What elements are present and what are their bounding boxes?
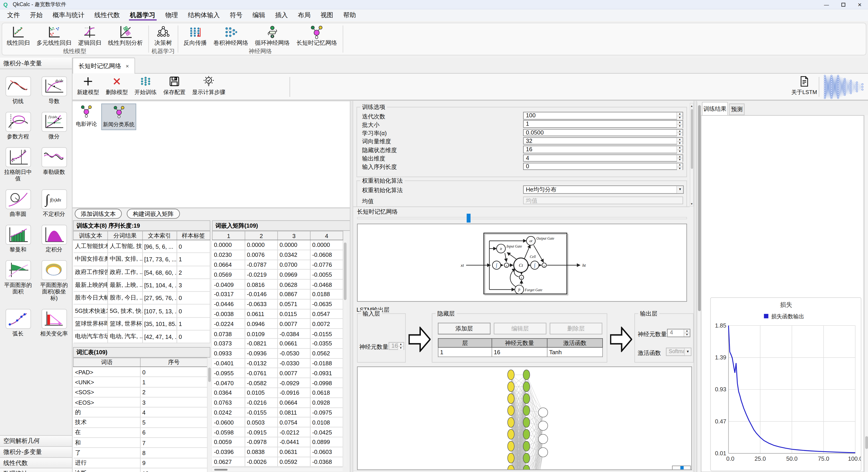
cell[interactable]: 8 bbox=[141, 448, 207, 458]
table-row[interactable]: 在6 bbox=[73, 428, 207, 438]
cell[interactable]: -0.0146 bbox=[245, 289, 278, 299]
table-row[interactable]: -0.06000.05030.07540.0108 bbox=[212, 417, 343, 427]
cell[interactable]: 了 bbox=[73, 448, 140, 458]
table-row[interactable]: <UNK>1 bbox=[73, 377, 207, 387]
cell[interactable]: -0.0931 bbox=[310, 368, 343, 378]
table-row[interactable]: 0.03640.0105-0.09160.0618 bbox=[212, 388, 343, 398]
cell[interactable]: -0.0425 bbox=[310, 427, 343, 437]
stepper-arrows-icon[interactable]: ▲▼ bbox=[677, 146, 683, 153]
cell[interactable]: 0.0562 bbox=[310, 348, 343, 358]
table-row[interactable]: 股市今日大幅...股市, 今日, ...[27, 95, 76, ...0 bbox=[73, 292, 210, 305]
cell[interactable]: 0.0664 bbox=[278, 398, 310, 408]
stepper-arrows-icon[interactable]: ▲▼ bbox=[677, 112, 683, 119]
stepper-arrows-icon[interactable]: ▲▼ bbox=[677, 129, 683, 136]
cell[interactable]: 1 bbox=[177, 253, 210, 266]
stepper-arrows-icon[interactable]: ▲▼ bbox=[677, 155, 683, 161]
cell[interactable]: -0.0761 bbox=[245, 368, 278, 378]
cell[interactable]: 0.0000 bbox=[212, 240, 245, 250]
option-stepper-0[interactable]: 100▲▼ bbox=[523, 112, 683, 119]
model-item-0[interactable]: 电影评论 bbox=[75, 103, 98, 129]
cell[interactable]: 和 bbox=[73, 438, 140, 448]
cell[interactable]: 0.0969 bbox=[278, 270, 310, 279]
cell[interactable]: 0.0618 bbox=[310, 388, 343, 398]
cell[interactable]: 0 bbox=[177, 305, 210, 317]
column-header-embedding_table-1[interactable]: 2 bbox=[245, 231, 278, 240]
cell[interactable]: -0.0155 bbox=[245, 408, 278, 417]
table-row[interactable]: 0.0763-0.02160.06640.0928 bbox=[212, 398, 343, 408]
cell[interactable]: -0.0330 bbox=[278, 358, 310, 368]
cell[interactable]: 5G技术快速发... bbox=[73, 305, 107, 317]
table-row[interactable]: 0.0664-0.07870.0700-0.0776 bbox=[212, 260, 343, 270]
table-row[interactable]: -0.0598-0.0915-0.0212-0.0425 bbox=[212, 427, 343, 437]
cell[interactable]: 0.0115 bbox=[278, 309, 310, 319]
cell[interactable]: -0.0608 bbox=[310, 250, 343, 260]
cell[interactable]: 股市, 今日, ... bbox=[108, 292, 142, 305]
cell[interactable]: 进行 bbox=[73, 458, 140, 468]
cell[interactable]: 0.0592 bbox=[278, 457, 310, 467]
cell[interactable]: -0.0446 bbox=[212, 299, 245, 309]
cell[interactable]: 0.0664 bbox=[212, 260, 245, 270]
cell[interactable]: 0.0108 bbox=[310, 417, 343, 427]
tab-training-results[interactable]: 训练结果 bbox=[702, 102, 728, 115]
sidebar-section-1[interactable]: 微积分-多变量 bbox=[0, 446, 72, 457]
cell[interactable]: [42, 47, 14, ... bbox=[142, 330, 177, 343]
cell[interactable]: 4 bbox=[141, 407, 207, 417]
menu-item-12[interactable]: 帮助 bbox=[338, 9, 361, 21]
cell[interactable]: 0.0072 bbox=[310, 319, 343, 329]
cell[interactable]: 0.0946 bbox=[245, 319, 278, 329]
cell[interactable]: -0.0409 bbox=[212, 279, 245, 289]
minimize-icon[interactable]: — bbox=[818, 0, 835, 9]
lstm-slider-handle[interactable] bbox=[467, 214, 470, 222]
cell[interactable]: [27, 95, 76, ... bbox=[142, 292, 177, 305]
column-header-embedding_table-2[interactable]: 3 bbox=[278, 231, 310, 240]
cell[interactable]: -0.0975 bbox=[310, 408, 343, 417]
cell[interactable]: 股市今日大幅... bbox=[73, 292, 107, 305]
add-training-text-button[interactable]: 添加训练文本 bbox=[75, 209, 122, 219]
ribbon-item-linear-regression[interactable]: 线性回归 bbox=[3, 25, 33, 47]
cell[interactable]: -0.0998 bbox=[310, 378, 343, 388]
cell[interactable]: 16 bbox=[492, 347, 547, 357]
cell[interactable]: -0.0600 bbox=[212, 417, 245, 427]
table-row[interactable]: <PAD>0 bbox=[73, 367, 207, 377]
menu-item-1[interactable]: 开始 bbox=[25, 9, 48, 21]
cell[interactable]: 0.0700 bbox=[278, 260, 310, 270]
cell[interactable]: -0.0401 bbox=[212, 358, 245, 368]
table-row[interactable]: -0.03960.08380.0631-0.0603 bbox=[212, 447, 343, 457]
sidebar-section-2[interactable]: 线性代数 bbox=[0, 457, 72, 468]
cell[interactable]: 0.0000 bbox=[278, 240, 310, 250]
chevron-down-icon[interactable]: ▼ bbox=[677, 186, 683, 193]
sidebar-item-curvature[interactable]: 曲率圆 bbox=[0, 189, 36, 218]
cell[interactable]: 1 bbox=[141, 377, 207, 387]
sidebar-item-differential[interactable]: f'(x)dx微分 bbox=[36, 112, 72, 140]
close-icon[interactable]: ✕ bbox=[851, 0, 868, 9]
embedding-vscrollbar[interactable] bbox=[343, 240, 346, 467]
cell[interactable]: 0.0816 bbox=[245, 279, 278, 289]
table-row[interactable]: 和7 bbox=[73, 438, 207, 448]
cell[interactable]: 0 bbox=[141, 367, 207, 377]
cell[interactable]: -0.0368 bbox=[310, 457, 343, 467]
sidebar-item-related-rates[interactable]: 相关变化率 bbox=[36, 309, 72, 337]
cell[interactable]: -0.0470 bbox=[212, 378, 245, 388]
lstm-slider-track[interactable] bbox=[357, 217, 687, 219]
menu-item-8[interactable]: 编辑 bbox=[248, 9, 270, 21]
cell[interactable]: 篮球, 世界杯... bbox=[108, 317, 142, 330]
cell[interactable]: 6 bbox=[141, 428, 207, 438]
hidden-table-column-0[interactable]: 层 bbox=[438, 339, 492, 347]
cell[interactable]: 0.0928 bbox=[310, 398, 343, 408]
cell[interactable]: 篮球世界杯即... bbox=[73, 317, 107, 330]
cell[interactable]: -0.0212 bbox=[278, 427, 310, 437]
hidden-layer-add-button[interactable]: 添加层 bbox=[438, 323, 491, 334]
tab-prediction[interactable]: 预测 bbox=[729, 103, 745, 115]
cell[interactable]: 技术 bbox=[73, 417, 140, 428]
cell[interactable]: 0.0627 bbox=[212, 457, 245, 467]
sidebar-item-plane-area[interactable]: 平面图形的面积 bbox=[0, 260, 36, 302]
cell[interactable]: 0.0867 bbox=[278, 289, 310, 299]
cell[interactable]: 0.0076 bbox=[245, 250, 278, 260]
menu-item-5[interactable]: 物理 bbox=[160, 9, 183, 21]
hidden-table-column-1[interactable]: 神经元数量 bbox=[492, 339, 547, 347]
splitter-left[interactable] bbox=[350, 101, 353, 472]
menu-item-4[interactable]: 机器学习 bbox=[125, 9, 160, 21]
table-row[interactable]: 技术5 bbox=[73, 417, 207, 428]
ribbon-item-multi-linear-regression[interactable]: 多元线性回归 bbox=[33, 25, 75, 47]
table-row[interactable]: 0.0242-0.01550.0811-0.0975 bbox=[212, 408, 343, 417]
